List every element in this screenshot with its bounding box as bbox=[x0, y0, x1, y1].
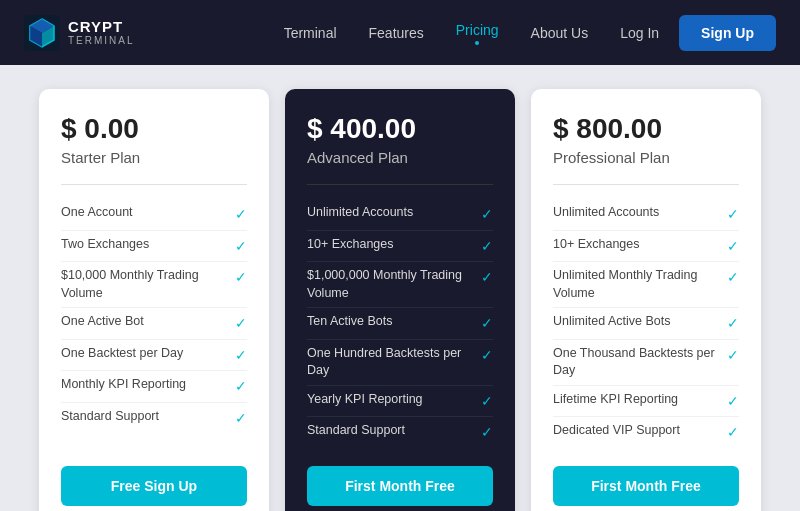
list-item: One Active Bot✓ bbox=[61, 308, 247, 340]
logo-text: CRYPT TERMINAL bbox=[68, 19, 135, 47]
check-icon: ✓ bbox=[481, 268, 493, 288]
check-icon: ✓ bbox=[727, 314, 739, 334]
logo-icon bbox=[24, 15, 60, 51]
professional-cta-button[interactable]: First Month Free bbox=[553, 466, 739, 506]
list-item: Ten Active Bots✓ bbox=[307, 308, 493, 340]
list-item: $10,000 Monthly Trading Volume✓ bbox=[61, 262, 247, 308]
list-item: Two Exchanges✓ bbox=[61, 231, 247, 263]
list-item: Unlimited Accounts✓ bbox=[307, 199, 493, 231]
list-item: Yearly KPI Reporting✓ bbox=[307, 386, 493, 418]
list-item: Monthly KPI Reporting✓ bbox=[61, 371, 247, 403]
starter-divider bbox=[61, 184, 247, 185]
check-icon: ✓ bbox=[727, 423, 739, 443]
plans-container: $ 0.00 Starter Plan One Account✓ Two Exc… bbox=[20, 89, 780, 511]
list-item: One Thousand Backtests per Day✓ bbox=[553, 340, 739, 386]
list-item: 10+ Exchanges✓ bbox=[307, 231, 493, 263]
list-item: Unlimited Accounts✓ bbox=[553, 199, 739, 231]
check-icon: ✓ bbox=[235, 268, 247, 288]
professional-name: Professional Plan bbox=[553, 149, 739, 166]
list-item: Dedicated VIP Support✓ bbox=[553, 417, 739, 448]
advanced-name: Advanced Plan bbox=[307, 149, 493, 166]
check-icon: ✓ bbox=[235, 314, 247, 334]
check-icon: ✓ bbox=[235, 205, 247, 225]
list-item: Unlimited Active Bots✓ bbox=[553, 308, 739, 340]
professional-price: $ 800.00 bbox=[553, 113, 739, 145]
list-item: One Hundred Backtests per Day✓ bbox=[307, 340, 493, 386]
starter-cta-button[interactable]: Free Sign Up bbox=[61, 466, 247, 506]
check-icon: ✓ bbox=[727, 205, 739, 225]
nav-links: Terminal Features Pricing About Us bbox=[284, 21, 589, 45]
advanced-divider bbox=[307, 184, 493, 185]
list-item: $1,000,000 Monthly Trading Volume✓ bbox=[307, 262, 493, 308]
advanced-cta-button[interactable]: First Month Free bbox=[307, 466, 493, 506]
starter-name: Starter Plan bbox=[61, 149, 247, 166]
list-item: 10+ Exchanges✓ bbox=[553, 231, 739, 263]
check-icon: ✓ bbox=[235, 409, 247, 429]
nav-item-terminal[interactable]: Terminal bbox=[284, 24, 337, 42]
list-item: Lifetime KPI Reporting✓ bbox=[553, 386, 739, 418]
logo: CRYPT TERMINAL bbox=[24, 15, 135, 51]
check-icon: ✓ bbox=[481, 346, 493, 366]
check-icon: ✓ bbox=[481, 205, 493, 225]
logo-brand: CRYPT bbox=[68, 19, 135, 36]
list-item: Unlimited Monthly Trading Volume✓ bbox=[553, 262, 739, 308]
list-item: Standard Support✓ bbox=[61, 403, 247, 434]
list-item: One Account✓ bbox=[61, 199, 247, 231]
check-icon: ✓ bbox=[727, 346, 739, 366]
check-icon: ✓ bbox=[481, 392, 493, 412]
professional-divider bbox=[553, 184, 739, 185]
plan-professional: $ 800.00 Professional Plan Unlimited Acc… bbox=[531, 89, 761, 511]
nav-right: Log In Sign Up bbox=[620, 15, 776, 51]
check-icon: ✓ bbox=[235, 346, 247, 366]
plan-advanced: $ 400.00 Advanced Plan Unlimited Account… bbox=[285, 89, 515, 511]
navbar: CRYPT TERMINAL Terminal Features Pricing… bbox=[0, 0, 800, 65]
pricing-section: $ 0.00 Starter Plan One Account✓ Two Exc… bbox=[0, 65, 800, 511]
nav-item-features[interactable]: Features bbox=[369, 24, 424, 42]
check-icon: ✓ bbox=[727, 392, 739, 412]
check-icon: ✓ bbox=[481, 423, 493, 443]
check-icon: ✓ bbox=[727, 268, 739, 288]
starter-features: One Account✓ Two Exchanges✓ $10,000 Mont… bbox=[61, 199, 247, 448]
check-icon: ✓ bbox=[727, 237, 739, 257]
signup-button[interactable]: Sign Up bbox=[679, 15, 776, 51]
plan-starter: $ 0.00 Starter Plan One Account✓ Two Exc… bbox=[39, 89, 269, 511]
nav-item-about[interactable]: About Us bbox=[531, 24, 589, 42]
check-icon: ✓ bbox=[481, 237, 493, 257]
check-icon: ✓ bbox=[235, 377, 247, 397]
advanced-price: $ 400.00 bbox=[307, 113, 493, 145]
logo-sub: TERMINAL bbox=[68, 35, 135, 46]
check-icon: ✓ bbox=[235, 237, 247, 257]
advanced-features: Unlimited Accounts✓ 10+ Exchanges✓ $1,00… bbox=[307, 199, 493, 448]
check-icon: ✓ bbox=[481, 314, 493, 334]
starter-price: $ 0.00 bbox=[61, 113, 247, 145]
login-link[interactable]: Log In bbox=[620, 25, 659, 41]
list-item: One Backtest per Day✓ bbox=[61, 340, 247, 372]
professional-features: Unlimited Accounts✓ 10+ Exchanges✓ Unlim… bbox=[553, 199, 739, 448]
nav-item-pricing[interactable]: Pricing bbox=[456, 21, 499, 45]
list-item: Standard Support✓ bbox=[307, 417, 493, 448]
